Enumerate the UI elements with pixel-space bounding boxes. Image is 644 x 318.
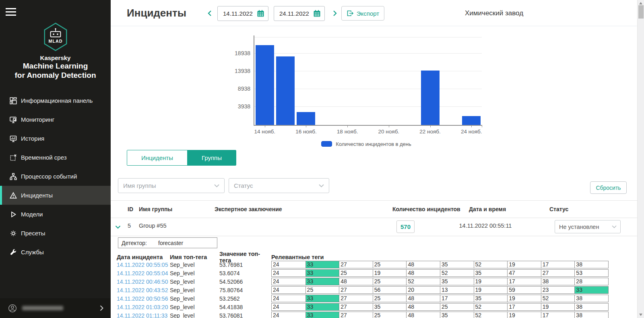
bar-22 нояб.: [421, 71, 440, 125]
relevant-tag-cell: 48: [406, 270, 440, 276]
detector-value: forecaster: [158, 240, 183, 246]
groups-table: ID Имя группы Экспертное заключение Коли…: [111, 200, 637, 237]
relevant-tag-cell: 13: [440, 287, 474, 293]
relevant-tag-cell: 19: [474, 278, 508, 285]
scroll-down-arrow[interactable]: [639, 314, 642, 316]
sidebar-item-history[interactable]: История: [0, 129, 111, 148]
relevant-tags-strip: 24334825523519173828: [271, 278, 609, 285]
date-to-value: 24.11.2022: [279, 10, 309, 17]
relevant-tag-cell-highlighted: 33: [305, 295, 339, 302]
x-tick-label: 24 нояб.: [453, 129, 489, 135]
relevant-tags-strip: 24332735482552171938: [271, 303, 609, 311]
relevant-tag-cell-highlighted: 33: [574, 287, 608, 293]
hamburger-menu-icon[interactable]: [6, 8, 16, 16]
relevant-tag-cell: 19: [474, 287, 508, 293]
scroll-up-arrow[interactable]: [639, 2, 642, 4]
relevant-tag-cell: 25: [440, 303, 474, 310]
date-range-next-button[interactable]: [332, 10, 338, 17]
top-tag-value: 53.76981: [219, 262, 271, 268]
svg-text:MLAD: MLAD: [48, 39, 62, 44]
incident-date-link[interactable]: 14.11.2022 00:55:04: [117, 270, 170, 276]
status-filter-select[interactable]: Статус: [229, 178, 329, 193]
user-panel: [0, 298, 111, 318]
relevant-tag-cell: 25: [373, 312, 407, 318]
incident-count-badge[interactable]: 570: [396, 220, 415, 233]
incident-date-link[interactable]: 14.11.2022 00:46:50: [117, 279, 170, 285]
gridline: [254, 53, 482, 54]
relevant-tag-cell: 20: [406, 287, 440, 293]
col-expert-conclusion: Экспертное заключение: [215, 206, 282, 212]
incident-date-link[interactable]: 14.11.2022 01:11:33: [117, 312, 170, 318]
sidebar-item-incidents[interactable]: Инциденты: [0, 186, 111, 205]
top-tag-value: 53.6074: [219, 270, 271, 276]
group-status-select[interactable]: Не установлен: [555, 220, 621, 233]
user-panel-expand-chevron-icon[interactable]: [100, 305, 103, 311]
relevant-tag-cell: 17: [440, 295, 474, 302]
sidebar-item-time-slice[interactable]: Временной срез: [0, 148, 111, 167]
sidebar-item-label: Процессор событий: [21, 173, 77, 180]
relevant-tags-strip: 24332725483552191738: [271, 312, 609, 318]
date-to-input[interactable]: 24.11.2022: [274, 6, 325, 21]
sidebar-item-event-processor[interactable]: Процессор событий: [0, 167, 111, 186]
vertical-scrollbar[interactable]: [637, 0, 644, 318]
date-from-input[interactable]: 14.11.2022: [217, 6, 268, 21]
relevant-tag-cell-highlighted: 33: [305, 303, 339, 310]
x-tick-mark: [265, 125, 265, 127]
brand-product-line2: for Anomaly Detection: [0, 71, 111, 80]
x-tick-mark: [471, 125, 472, 127]
tab-groups[interactable]: Группы: [188, 150, 236, 165]
relevant-tag-cell: 27: [339, 312, 373, 318]
x-tick-mark: [347, 125, 348, 127]
export-button[interactable]: Экспорт: [341, 6, 384, 21]
group-name-filter-select[interactable]: Имя группы: [118, 178, 225, 193]
sidebar-item-monitoring[interactable]: Мониторинг: [0, 110, 111, 129]
models-icon: [10, 211, 17, 218]
top-tag-value: 54.41838: [219, 304, 271, 310]
date-range-prev-button[interactable]: [206, 10, 213, 17]
relevant-tag-cell-highlighted: 33: [305, 261, 339, 268]
calendar-icon[interactable]: [257, 10, 264, 17]
col-datetime: Дата и время: [469, 206, 506, 212]
incident-date-link[interactable]: 14.11.2022 00:50:56: [117, 295, 170, 302]
sidebar-item-label: Пресеты: [21, 230, 45, 237]
relevant-tag-cell: 35: [474, 270, 508, 276]
relevant-tag-cell: 28: [574, 278, 608, 285]
x-tick-mark: [430, 125, 431, 127]
group-datetime: 14.11.2022 00:55:11: [445, 222, 526, 229]
relevant-tag-cell: 53: [574, 270, 608, 276]
x-tick-label: 20 нояб.: [371, 129, 407, 135]
x-tick-mark: [306, 125, 306, 127]
reset-filters-button[interactable]: Сбросить: [590, 181, 627, 194]
sidebar-item-presets[interactable]: Пресеты: [0, 224, 111, 243]
relevant-tag-cell: 35: [474, 295, 508, 302]
tab-incidents[interactable]: Инциденты: [127, 150, 188, 165]
table-row-divider: [111, 236, 637, 236]
relevant-tag-cell-highlighted: 33: [305, 270, 339, 276]
incident-date-link[interactable]: 14.11.2022 00:55:05: [117, 262, 170, 268]
relevant-tag-cell-highlighted: 33: [305, 312, 339, 318]
incident-date-link[interactable]: 14.11.2022 00:43:52: [117, 287, 170, 293]
relevant-tag-cell: 35: [440, 278, 474, 285]
user-email-blurred: [22, 306, 63, 310]
chevron-right-icon: [333, 10, 337, 17]
relevant-tag-cell: 59: [507, 287, 541, 293]
col-status: Статус: [549, 206, 568, 212]
expand-row-chevron-icon[interactable]: [115, 223, 121, 231]
sidebar-item-services[interactable]: Службы: [0, 243, 111, 262]
calendar-icon[interactable]: [313, 10, 321, 17]
page-title: Инциденты: [127, 7, 186, 19]
relevant-tag-cell: 19: [507, 295, 541, 302]
sidebar-item-dashboard[interactable]: Информационная панель: [0, 91, 111, 110]
sidebar-item-label: Модели: [21, 211, 43, 218]
sidebar-item-models[interactable]: Модели: [0, 205, 111, 224]
incident-date-link[interactable]: 14.11.2022 01:03:20: [117, 304, 170, 310]
incident-row: 14.11.2022 00:50:56Sep_level53.256224332…: [117, 295, 632, 302]
relevant-tag-cell: 52: [541, 295, 575, 302]
relevant-tags-strip: 24332725481735195238: [271, 295, 609, 302]
incident-row: 14.11.2022 00:55:05Sep_level53.769812433…: [117, 261, 632, 268]
relevant-tag-cell: 24: [272, 303, 305, 310]
relevant-tag-cell: 48: [406, 303, 440, 310]
relevant-tag-cell: 17: [507, 278, 541, 285]
scroll-thumb[interactable]: [638, 5, 644, 19]
incident-subtable: Дата инцидента Имя топ-тега Значение топ…: [117, 253, 632, 318]
